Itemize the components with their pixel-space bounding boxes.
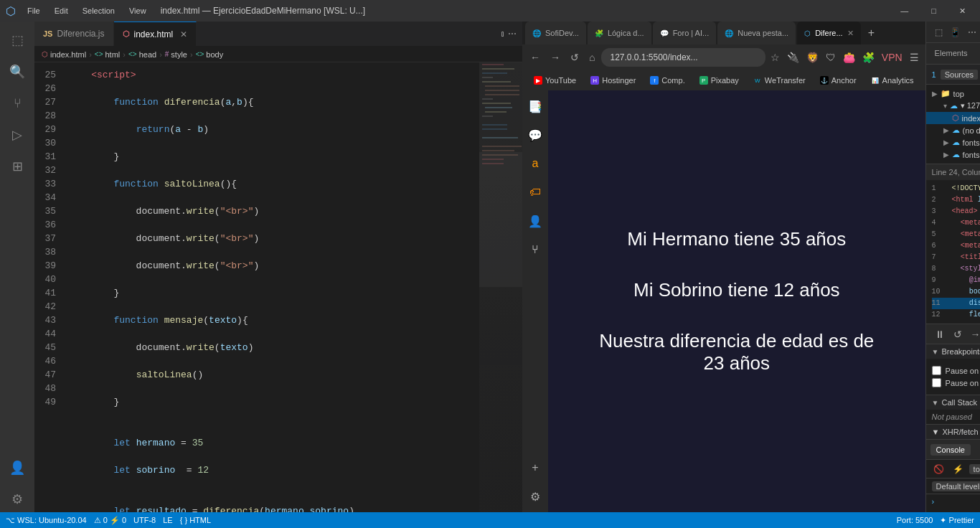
- maximize-btn[interactable]: □: [923, 6, 945, 16]
- breadcrumb-style[interactable]: # style: [165, 50, 187, 59]
- devtools-more-btn[interactable]: ⋯: [965, 26, 979, 39]
- vpn-icon[interactable]: VPN: [880, 50, 905, 65]
- tab-label: Nueva pesta...: [738, 29, 788, 37]
- puzzle-icon[interactable]: 🧩: [860, 50, 877, 65]
- breadcrumb-html[interactable]: <> html: [95, 50, 120, 59]
- menu-file[interactable]: File: [22, 6, 46, 15]
- statusbar-port[interactable]: Port: 5500: [897, 516, 933, 524]
- bookmark-comp[interactable]: f Comp.: [644, 75, 690, 86]
- bookmark-wetransfer[interactable]: W WeTransfer: [748, 75, 811, 86]
- breadcrumb-head[interactable]: <> head: [128, 50, 156, 59]
- statusbar-eol[interactable]: LE: [163, 516, 172, 524]
- sidebar-tag-icon[interactable]: 🏷: [525, 182, 545, 202]
- browser-tab-nueva[interactable]: 🌐 Nueva pesta...: [717, 22, 796, 44]
- back-btn[interactable]: ←: [527, 49, 544, 66]
- bookmark-pixabay[interactable]: P Pixabay: [694, 75, 745, 86]
- tree-item-index[interactable]: ⬡ index.h...: [926, 112, 980, 124]
- activity-settings[interactable]: ⚙: [4, 486, 30, 512]
- tree-item-top[interactable]: ▶ 📁 top: [926, 88, 980, 100]
- activity-account[interactable]: 👤: [4, 455, 30, 481]
- console-content[interactable]: ›: [926, 494, 980, 512]
- svg-rect-17: [482, 150, 514, 151]
- statusbar-language[interactable]: { } HTML: [180, 516, 211, 524]
- address-bar[interactable]: [601, 48, 765, 67]
- sidebar-bookmarks-icon[interactable]: 📑: [525, 96, 545, 116]
- close-btn[interactable]: ✕: [951, 6, 974, 16]
- svg-rect-19: [482, 159, 504, 160]
- split-editor-btn[interactable]: ⫾: [501, 29, 505, 39]
- active-tab-close[interactable]: ✕: [847, 29, 854, 38]
- menu-edit[interactable]: Edit: [49, 6, 74, 15]
- browser-tab-foro[interactable]: 💬 Foro | AI...: [653, 22, 717, 44]
- debug-pause-btn[interactable]: ⏸: [932, 327, 948, 341]
- forward-btn[interactable]: →: [547, 49, 564, 66]
- sidebar-whatsapp-icon[interactable]: 💬: [525, 125, 545, 145]
- home-btn[interactable]: ⌂: [585, 49, 598, 66]
- breakpoints-header[interactable]: ▼ Breakpoints: [926, 344, 980, 359]
- pause-uncaught-checkbox[interactable]: [932, 366, 941, 375]
- top-context-selector[interactable]: top ▼: [969, 464, 980, 474]
- extension-icon1[interactable]: 🔌: [785, 50, 801, 65]
- tree-item-fonts-goo[interactable]: ▶ ☁ fonts.goo...: [926, 136, 980, 148]
- pause-caught-checkbox[interactable]: [932, 378, 941, 387]
- bookmark-anchor[interactable]: ⚓ Anchor: [814, 75, 862, 86]
- browser-tab-sofidev[interactable]: 🌐 SofiDev...: [525, 22, 586, 44]
- bookmark-analytics[interactable]: 📊 Analytics: [865, 75, 920, 86]
- breadcrumb-body[interactable]: <> body: [196, 50, 224, 59]
- sidebar-profile-icon[interactable]: 👤: [525, 211, 545, 231]
- sidebar-github-icon[interactable]: ⑂: [525, 240, 545, 260]
- activity-explorer[interactable]: ⬚: [4, 27, 30, 53]
- wallet-icon[interactable]: 👛: [841, 50, 857, 65]
- minimize-btn[interactable]: —: [892, 6, 917, 16]
- activity-git[interactable]: ⑂: [4, 90, 30, 116]
- sidebar-amazon-icon[interactable]: a: [525, 154, 545, 174]
- tab-favicon: 🌐: [725, 29, 733, 37]
- default-levels-selector[interactable]: Default levels ▼: [932, 481, 980, 491]
- call-stack-header[interactable]: ▼ Call Stack: [926, 395, 980, 410]
- tree-item-fonts-gst[interactable]: ▶ ☁ fonts.gsta...: [926, 148, 980, 161]
- bookmark-hostinger[interactable]: H Hostinger: [585, 75, 641, 86]
- refresh-btn[interactable]: ↺: [567, 49, 583, 66]
- debug-step-into-btn[interactable]: →: [968, 327, 980, 341]
- tab-diferencia-js[interactable]: JS Diferencia.js: [34, 22, 114, 46]
- activity-debug[interactable]: ▷: [4, 122, 30, 148]
- activity-search[interactable]: 🔍: [4, 59, 30, 85]
- menu-view[interactable]: View: [123, 6, 152, 15]
- devtools-tab-elements[interactable]: Elements: [926, 43, 976, 64]
- devtools-device-btn[interactable]: 📱: [947, 26, 963, 39]
- menu-icon[interactable]: ☰: [908, 50, 921, 65]
- code-editor[interactable]: 2526272829 3031323334 3536373839 4041424…: [34, 62, 522, 512]
- sidebar-add-icon[interactable]: +: [525, 458, 545, 478]
- browser-tab-active[interactable]: ⬡ Difere... ✕: [797, 22, 861, 44]
- statusbar-wsl[interactable]: ⌥ WSL: Ubuntu-20.04: [6, 516, 87, 525]
- devtools-inspect-btn[interactable]: ⬚: [932, 26, 946, 39]
- more-actions-btn[interactable]: ⋯: [508, 29, 517, 39]
- tree-item-no-domain[interactable]: ▶ ☁ (no doma...: [926, 124, 980, 136]
- sidebar-settings-icon[interactable]: ⚙: [525, 486, 545, 506]
- console-clear-btn[interactable]: 🚫: [930, 463, 947, 476]
- console-tab-btn-console[interactable]: Console: [930, 444, 971, 456]
- console-filter-btn[interactable]: ⚡: [950, 463, 966, 476]
- tab-index-html[interactable]: ⬡ index.html ✕: [114, 22, 197, 46]
- tree-item-server[interactable]: ▾ ☁ ▾ 127.0.0.1:5...: [926, 100, 980, 112]
- console-tab-btn-issues[interactable]: Issues: [974, 444, 980, 456]
- new-tab-btn[interactable]: +: [862, 22, 880, 44]
- bookmark-youtube[interactable]: ▶ YouTube: [528, 75, 582, 86]
- shield-icon[interactable]: 🛡: [824, 50, 838, 65]
- tab-close-btn[interactable]: ✕: [180, 29, 187, 39]
- statusbar-prettier[interactable]: ✦ Prettier: [940, 516, 974, 525]
- debug-step-over-btn[interactable]: ↺: [951, 327, 965, 341]
- console-prompt[interactable]: ›: [932, 497, 980, 506]
- browser-tab-logica[interactable]: 🧩 Lógica d...: [588, 22, 651, 44]
- statusbar-errors[interactable]: ⚠ 0 ⚡ 0: [94, 516, 126, 525]
- menu-selection[interactable]: Selection: [77, 6, 121, 15]
- breadcrumb-file[interactable]: ⬡ index.html: [42, 50, 86, 59]
- brave-icon[interactable]: 🦁: [804, 50, 821, 65]
- bookmark-icon[interactable]: ☆: [768, 50, 782, 65]
- devtools-tab-console[interactable]: Console: [976, 43, 980, 64]
- activity-extensions[interactable]: ⊞: [4, 154, 30, 179]
- code-content[interactable]: <script> function diferencia(a,b){ retur…: [63, 62, 479, 512]
- xhr-section-header[interactable]: ▼ XHR/fetch Breakpoints: [926, 424, 980, 439]
- bookmarks-bar: ▶ YouTube H Hostinger f Comp. P Pixabay …: [522, 70, 925, 90]
- statusbar-encoding[interactable]: UTF-8: [133, 516, 156, 524]
